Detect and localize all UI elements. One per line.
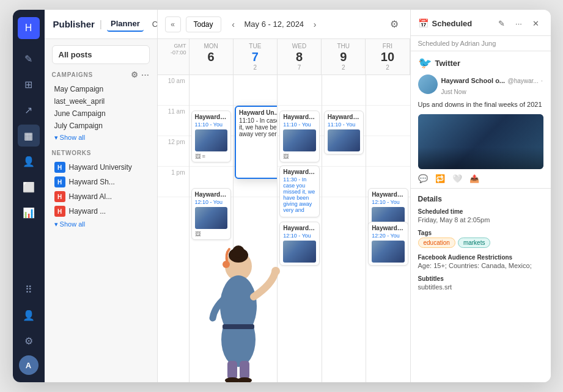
nav-divider: | <box>100 19 102 30</box>
post-card-thu-1[interactable]: Hayward Un... 11:10 - You <box>324 111 364 154</box>
grid-icon[interactable]: ⊞ <box>18 73 40 95</box>
day-name-tue: Tue <box>249 43 261 49</box>
text-icon: ≡ <box>202 153 205 159</box>
right-panel: 📅 Scheduled ✎ ··· ✕ Scheduled by Adrian … <box>410 10 551 382</box>
twitter-header: 🐦 Twitter <box>418 56 543 70</box>
show-all-networks[interactable]: ▾ Show all <box>52 219 150 230</box>
day-count-fri: 2 <box>386 64 389 71</box>
campaign-july[interactable]: July Campaign <box>52 120 150 132</box>
post-time: 12:20 - You <box>372 233 404 239</box>
chart-nav-icon[interactable]: 📊 <box>18 201 40 223</box>
audience-value: Age: 15+; Countries: Canada, Mexico; <box>418 262 543 269</box>
calendar-nav-icon[interactable]: ▦ <box>18 125 40 147</box>
subtitles-label: Subtitles <box>418 275 543 282</box>
post-card-tue-popup[interactable]: Hayward Un... 11:10 - In case you missed… <box>235 106 278 179</box>
post-title: Hayward Un... <box>283 169 315 175</box>
scheduled-time-item: Scheduled time Friday, May 8 at 2:05pm <box>418 208 543 223</box>
edit-panel-button[interactable]: ✎ <box>495 16 509 31</box>
tweet-author-info: Hayward School o... @haywar... · Just No… <box>441 74 543 96</box>
tweet-actions: 💬 🔁 🤍 📤 <box>418 174 543 183</box>
tweet-image <box>418 114 543 169</box>
retweet-icon[interactable]: 🔁 <box>435 174 445 183</box>
top-nav: Publisher | Planner Content Promote <box>45 10 157 39</box>
post-image <box>195 207 227 229</box>
post-image <box>283 241 315 263</box>
post-card-wed-3[interactable]: Hayward Un... 12:10 - You <box>279 222 319 266</box>
subtitles-value: subtitles.srt <box>418 283 543 291</box>
campaign-may[interactable]: May Campaign <box>52 83 150 95</box>
network-hayward-al[interactable]: H Hayward Al... <box>52 189 150 204</box>
tag-markets[interactable]: markets <box>458 238 491 248</box>
gmt-label: GMT-07:00 <box>158 39 190 74</box>
collapse-button[interactable]: « <box>165 16 181 32</box>
time-column: 10 am 11 am 12 pm 1 pm <box>158 75 190 382</box>
campaign-last-week[interactable]: last_week_april <box>52 95 150 107</box>
post-icons: 🖼 <box>283 153 315 159</box>
scheduled-icon: 📅 <box>418 18 429 28</box>
tweet-handle: @haywar... <box>507 78 538 84</box>
day-name-mon: Mon <box>204 43 218 49</box>
person-nav-icon[interactable]: 👤 <box>18 150 40 172</box>
avatar[interactable]: A <box>19 355 39 375</box>
arrow-icon[interactable]: ↗ <box>18 99 40 121</box>
more-panel-button[interactable]: ··· <box>512 16 526 31</box>
post-title: Hayward Un... <box>195 191 227 198</box>
day-col-fri: Hayward Un... 12:10 - You Hayward Un... … <box>366 75 410 382</box>
campaign-june[interactable]: June Campaign <box>52 107 150 120</box>
details-title: Details <box>418 195 543 203</box>
post-time: 11:10 - You <box>283 122 315 128</box>
settings-nav-icon[interactable]: ⚙ <box>18 330 40 352</box>
network-hayward-sh[interactable]: H Hayward Sh... <box>52 175 150 189</box>
app-container: H ✎ ⊞ ↗ ▦ 👤 ⬜ 📊 ⠿ 👤 ⚙ A Publisher | Plan… <box>13 10 551 382</box>
post-time: 11:10 - You <box>195 122 227 128</box>
post-card-mon-2[interactable]: Hayward Un... 12:10 - You 🖼 <box>191 188 231 240</box>
user-nav-icon[interactable]: 👤 <box>18 304 40 326</box>
tag-education[interactable]: education <box>418 238 455 248</box>
post-title: Hayward Un... <box>283 225 315 231</box>
tweet-time: · <box>541 78 543 84</box>
day-col-wed: Hayward Un... 11:10 - You 🖼 Hayward Un..… <box>278 75 322 382</box>
days-columns: Hayward Un... 11:10 - You 🖼 ≡ Hayward Un… <box>190 75 410 382</box>
network-hayward[interactable]: H Hayward ... <box>52 204 150 219</box>
network-hayward-university[interactable]: H Hayward University <box>52 160 150 175</box>
networks-section: NETWORKS <box>52 150 150 156</box>
network-label-4: Hayward ... <box>69 207 106 216</box>
time-slot-11am: 11 am <box>158 106 189 136</box>
post-card-wed-2[interactable]: Hayward Un... 11:30 - In case you missed… <box>279 165 319 217</box>
edit-icon[interactable]: ✎ <box>18 48 40 70</box>
post-card-wed-1[interactable]: Hayward Un... 11:10 - You 🖼 <box>279 111 319 162</box>
post-image <box>195 129 227 151</box>
share-icon[interactable]: 📤 <box>469 174 479 183</box>
post-card-fri-2[interactable]: Hayward Un... 12:20 - You <box>368 222 408 266</box>
prev-week-button[interactable]: ‹ <box>226 17 241 32</box>
like-icon[interactable]: 🤍 <box>452 174 462 183</box>
scheduled-time-value: Friday, May 8 at 2:05pm <box>418 216 543 223</box>
image-icon: 🖼 <box>195 231 201 237</box>
next-week-button[interactable]: › <box>307 17 322 32</box>
nav-planner[interactable]: Planner <box>107 16 144 32</box>
show-all-campaigns[interactable]: ▾ Show all <box>52 132 150 143</box>
campaigns-settings-icon[interactable]: ⚙ ··· <box>131 70 149 79</box>
audience-label: Facebook Audience Restrictions <box>418 254 543 261</box>
reply-icon[interactable]: 💬 <box>418 174 428 183</box>
day-col-mon: Hayward Un... 11:10 - You 🖼 ≡ Hayward Un… <box>190 75 234 382</box>
all-posts-btn[interactable]: All posts <box>52 45 150 64</box>
network-icon-4: H <box>54 206 65 217</box>
calendar-settings-icon[interactable]: ⚙ <box>386 16 403 33</box>
tweet-author-name: Hayward School o... <box>441 77 506 84</box>
post-time: 12:10 - You <box>195 199 227 205</box>
time-slot-12pm: 12 pm <box>158 136 189 167</box>
today-button[interactable]: Today <box>186 16 221 32</box>
post-image <box>283 129 315 151</box>
apps-nav-icon[interactable]: ⠿ <box>18 278 40 300</box>
nav-arrows: ‹ May 6 - 12, 2024 › <box>226 17 323 32</box>
nav-content[interactable]: Content <box>149 17 158 31</box>
left-panel: Publisher | Planner Content Promote All … <box>45 10 158 382</box>
close-panel-button[interactable]: ✕ <box>529 16 543 31</box>
box-nav-icon[interactable]: ⬜ <box>18 176 40 198</box>
post-card-mon-1[interactable]: Hayward Un... 11:10 - You 🖼 ≡ <box>191 111 231 162</box>
brand-logo[interactable]: H <box>18 17 40 39</box>
post-title: Hayward Un... <box>372 191 404 198</box>
post-title: Hayward Un... <box>283 114 315 120</box>
post-image <box>372 241 404 263</box>
